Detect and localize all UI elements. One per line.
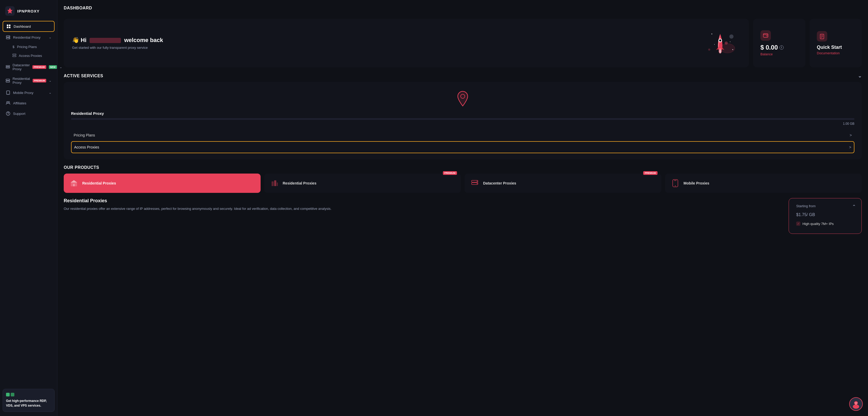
- mobile-tab-icon: [671, 179, 680, 188]
- datacenter-tab-icon: [470, 179, 479, 188]
- chevron-down-icon[interactable]: ⌄: [858, 73, 862, 79]
- sidebar-item-residential-label: Residential Proxy: [13, 35, 40, 39]
- sidebar-promo[interactable]: Get high-performance RDP, VDS, and VPS s…: [3, 389, 55, 412]
- service-name-row: Residential Proxy: [71, 111, 855, 118]
- rocket-illustration: [699, 26, 741, 60]
- chevron-right-icon: ⌄: [49, 35, 52, 39]
- avatar[interactable]: [849, 397, 863, 411]
- dashboard-section-title: DASHBOARD: [57, 0, 868, 13]
- svg-point-48: [477, 183, 477, 184]
- tab-residential[interactable]: Residential Proxies: [64, 173, 260, 193]
- premium-residential-icon: [270, 179, 279, 188]
- sidebar-item-residential-proxy2[interactable]: Residential Proxy PREMIUM ⌄: [3, 74, 55, 87]
- collapse-button[interactable]: ⌃: [852, 204, 856, 210]
- quickstart-card[interactable]: Quick Start Documentation: [809, 19, 862, 67]
- price-value: $1.75/ GB: [796, 210, 854, 218]
- sidebar-item-datacenter-label: Datacenter Proxy: [12, 63, 30, 71]
- sidebar-item-mobile-label: Mobile Proxy: [13, 91, 33, 95]
- proxies-description: Our residential proxies offer an extensi…: [64, 206, 783, 212]
- svg-point-28: [719, 50, 721, 53]
- svg-point-24: [708, 49, 710, 51]
- sidebar-item-access-proxies-label: Access Proxies: [19, 54, 42, 58]
- balance-info-icon[interactable]: i: [779, 45, 784, 50]
- tab-datacenter-label: Datacenter Proxies: [483, 181, 516, 185]
- svg-rect-1: [7, 25, 8, 26]
- sidebar-item-support[interactable]: Support: [3, 108, 55, 119]
- residential-icon: [69, 179, 79, 188]
- balance-value: $ 0.00: [761, 44, 778, 51]
- quickstart-subtitle: Documentation: [817, 51, 840, 55]
- sidebar-item-pricing-plans[interactable]: $ Pricing Plans: [3, 43, 55, 51]
- arrow-right-icon: >: [850, 133, 852, 137]
- sidebar-item-dashboard-label: Dashboard: [13, 25, 31, 28]
- service-name: Residential Proxy: [71, 111, 104, 116]
- balance-label: Balance: [761, 52, 773, 56]
- location-pin-icon: [456, 91, 470, 106]
- tab-mobile[interactable]: Mobile Proxies: [665, 173, 862, 193]
- welcome-suffix: welcome back: [124, 37, 163, 43]
- progress-label: 1.00 GB: [71, 122, 855, 126]
- svg-point-29: [712, 34, 712, 34]
- svg-rect-13: [6, 79, 10, 81]
- users-icon: [6, 101, 10, 105]
- chevron3-icon: ⌄: [49, 91, 52, 94]
- user-name-redacted: [90, 38, 121, 43]
- arrow-right-icon2: >: [849, 145, 851, 149]
- svg-point-55: [857, 403, 857, 403]
- new-badge: New: [49, 65, 57, 69]
- svg-rect-44: [277, 183, 278, 186]
- sidebar-item-affiliates-label: Affiliates: [13, 101, 26, 105]
- sidebar-item-mobile-proxy[interactable]: Mobile Proxy ⌄: [3, 88, 55, 98]
- premium-badge: PREMIUM: [32, 65, 46, 69]
- tab-datacenter[interactable]: PREMIUM Datacenter Proxies: [465, 173, 661, 193]
- proxies-detail: Residential Proxies Our residential prox…: [57, 198, 868, 240]
- service-progress-bar: [71, 118, 855, 120]
- active-services-label: ACTIVE SERVICES: [64, 73, 103, 78]
- chevron-icon: ⌄: [60, 65, 62, 69]
- main-content: DASHBOARD 👋 Hi welcome back Get started …: [57, 0, 868, 416]
- products-tabs: Residential Proxies PREMIUM Residential …: [57, 173, 868, 198]
- logo-icon: [5, 6, 14, 15]
- grid-icon: [6, 24, 11, 29]
- premium-badge-dc: PREMIUM: [643, 171, 657, 175]
- service-icon-area: [71, 88, 855, 111]
- promo-icon: [6, 393, 51, 396]
- starting-label: Starting from: [796, 204, 854, 208]
- sidebar-item-dashboard[interactable]: Dashboard: [3, 21, 55, 32]
- svg-point-16: [8, 94, 8, 94]
- svg-rect-42: [272, 181, 274, 186]
- svg-point-20: [8, 114, 8, 115]
- svg-point-26: [719, 39, 721, 41]
- sidebar-item-residential-proxy[interactable]: Residential Proxy ⌄: [3, 32, 55, 42]
- svg-rect-43: [274, 180, 276, 186]
- sidebar-item-datacenter-proxy[interactable]: Datacenter Proxy PREMIUM New ⌄: [3, 61, 55, 73]
- sidebar-item-access-proxies[interactable]: Access Proxies: [3, 52, 55, 60]
- service-links: Pricing Plans > Access Proxies >: [71, 130, 855, 153]
- feature-label: High quality 7M+ IPs: [802, 222, 834, 226]
- svg-point-23: [729, 34, 734, 39]
- svg-point-53: [853, 405, 859, 409]
- price-number: $1.75: [796, 213, 807, 217]
- mobile-icon: [6, 90, 10, 95]
- server-icon: [6, 35, 10, 40]
- dashboard-title-text: DASHBOARD: [64, 6, 92, 10]
- tab-premium-residential[interactable]: PREMIUM Residential Proxies: [264, 173, 461, 193]
- premium-badge-tab: PREMIUM: [443, 171, 457, 175]
- sidebar-item-support-label: Support: [13, 112, 25, 116]
- svg-rect-3: [7, 27, 8, 28]
- active-services-title: ACTIVE SERVICES ⌄: [57, 67, 868, 82]
- svg-rect-9: [13, 54, 16, 55]
- sidebar-item-affiliates[interactable]: Affiliates: [3, 98, 55, 108]
- promo-label: Get high-performance RDP, VDS, and VPS s…: [6, 399, 47, 407]
- tab-mobile-label: Mobile Proxies: [684, 181, 710, 185]
- svg-point-54: [855, 403, 856, 403]
- svg-point-7: [9, 36, 9, 37]
- active-services-panel: Residential Proxy 1.00 GB Pricing Plans …: [64, 82, 862, 159]
- svg-rect-34: [767, 35, 768, 36]
- svg-rect-2: [9, 25, 10, 26]
- pricing-plans-link[interactable]: Pricing Plans >: [71, 130, 855, 141]
- svg-rect-11: [6, 65, 10, 67]
- access-proxies-link[interactable]: Access Proxies >: [71, 141, 855, 153]
- sidebar-item-pricing-label: Pricing Plans: [17, 45, 37, 49]
- promo-text: Get high-performance RDP, VDS, and VPS s…: [6, 398, 51, 408]
